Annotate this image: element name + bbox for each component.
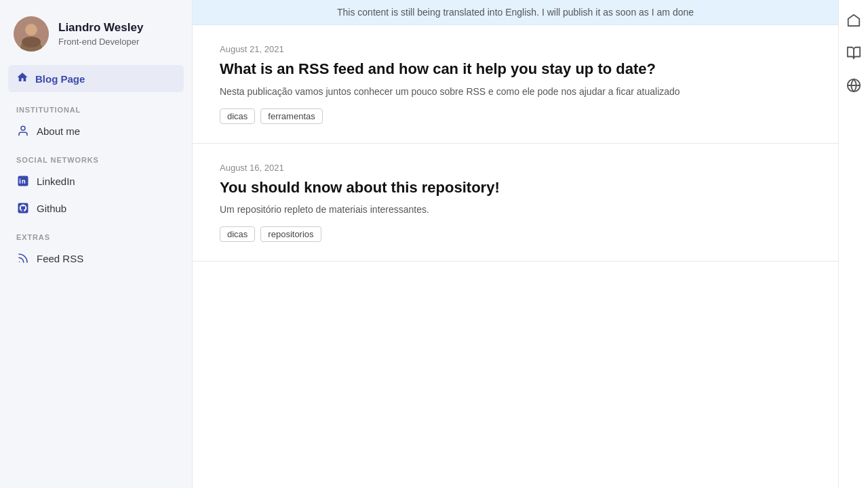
nav-blog-page-label: Blog Page [35, 73, 85, 85]
nav-linkedin-label: LinkedIn [37, 176, 75, 187]
section-label-institutional: INSTITUTIONAL [8, 95, 184, 118]
tag-ferramentas[interactable]: ferramentas [260, 108, 322, 124]
nav-item-linkedin[interactable]: LinkedIn [8, 168, 184, 194]
post-2-excerpt: Um repositório repleto de materiais inte… [220, 203, 811, 217]
post-2-title[interactable]: You should know about this repository! [220, 178, 811, 198]
nav-item-github[interactable]: Github [8, 195, 184, 221]
nav-section: Blog Page INSTITUTIONAL About me SOCIAL … [0, 65, 192, 272]
profile-info: Liandro Wesley Front-end Developer [58, 21, 143, 46]
section-label-social: SOCIAL NETWORKS [8, 145, 184, 168]
nav-item-about-me[interactable]: About me [8, 118, 184, 144]
nav-item-blog-page[interactable]: Blog Page [8, 65, 184, 92]
svg-point-4 [26, 24, 37, 35]
rss-icon [16, 251, 30, 265]
profile-name: Liandro Wesley [58, 21, 143, 35]
nav-feed-rss-label: Feed RSS [37, 253, 83, 264]
person-icon [16, 124, 30, 138]
post-card-1: August 21, 2021 What is an RSS feed and … [193, 25, 838, 144]
post-2-tags: dicas repositorios [220, 226, 811, 242]
tag-dicas-2[interactable]: dicas [220, 226, 255, 242]
main-content: This content is still being translated i… [193, 0, 838, 488]
linkedin-icon [16, 174, 30, 188]
svg-point-9 [19, 262, 20, 263]
profile-title: Front-end Developer [58, 37, 143, 47]
banner-text: This content is still being translated i… [337, 7, 694, 18]
post-2-date: August 16, 2021 [220, 163, 811, 173]
nav-about-me-label: About me [37, 125, 80, 137]
translation-banner: This content is still being translated i… [193, 0, 838, 25]
profile-section: Liandro Wesley Front-end Developer [0, 0, 192, 65]
post-1-title[interactable]: What is an RSS feed and how can it help … [220, 60, 811, 79]
sidebar: Liandro Wesley Front-end Developer Blog … [0, 0, 193, 488]
svg-point-6 [21, 126, 25, 130]
nav-item-feed-rss[interactable]: Feed RSS [8, 245, 184, 271]
post-card-2: August 16, 2021 You should know about th… [193, 144, 838, 262]
svg-point-5 [22, 37, 41, 47]
post-1-excerpt: Nesta publicação vamos juntos conhecer u… [220, 85, 811, 99]
tag-dicas-1[interactable]: dicas [220, 108, 255, 124]
avatar [14, 16, 49, 52]
nav-github-label: Github [37, 203, 66, 214]
post-1-tags: dicas ferramentas [220, 108, 811, 124]
github-icon [16, 201, 30, 215]
right-sidebar [838, 0, 868, 488]
right-home-icon[interactable] [844, 11, 863, 30]
section-label-extras: EXTRAS [8, 222, 184, 245]
right-globe-icon[interactable] [844, 76, 863, 95]
home-icon [16, 71, 28, 86]
tag-repositorios[interactable]: repositorios [260, 226, 321, 242]
post-1-date: August 21, 2021 [220, 44, 811, 54]
posts-list: August 21, 2021 What is an RSS feed and … [193, 25, 838, 488]
right-book-icon[interactable] [844, 43, 863, 62]
